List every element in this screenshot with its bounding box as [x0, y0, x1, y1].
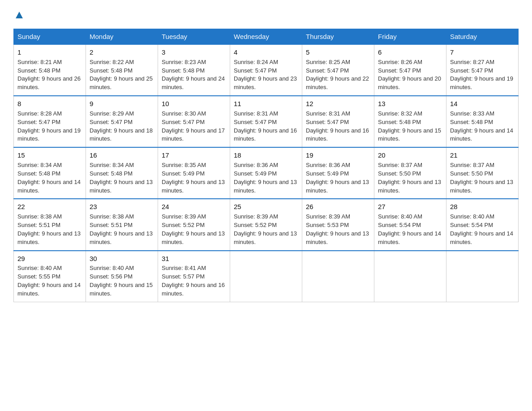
- day-info: Sunrise: 8:24 AMSunset: 5:47 PMDaylight:…: [234, 59, 297, 91]
- calendar-cell: 9Sunrise: 8:29 AMSunset: 5:47 PMDaylight…: [86, 96, 158, 147]
- calendar-cell: 3Sunrise: 8:23 AMSunset: 5:48 PMDaylight…: [158, 44, 230, 96]
- calendar-cell: 6Sunrise: 8:26 AMSunset: 5:47 PMDaylight…: [374, 44, 446, 96]
- day-info: Sunrise: 8:31 AMSunset: 5:47 PMDaylight:…: [306, 110, 369, 142]
- day-info: Sunrise: 8:34 AMSunset: 5:48 PMDaylight:…: [17, 162, 81, 194]
- day-number: 11: [234, 99, 298, 109]
- col-header-wednesday: Wednesday: [230, 29, 302, 45]
- calendar-cell: 10Sunrise: 8:30 AMSunset: 5:47 PMDayligh…: [158, 96, 230, 147]
- day-info: Sunrise: 8:31 AMSunset: 5:47 PMDaylight:…: [234, 110, 297, 142]
- calendar-cell: [230, 251, 302, 302]
- calendar-week-2: 8Sunrise: 8:28 AMSunset: 5:47 PMDaylight…: [14, 96, 519, 147]
- calendar-cell: 16Sunrise: 8:34 AMSunset: 5:48 PMDayligh…: [86, 147, 158, 199]
- day-number: 8: [17, 99, 82, 109]
- calendar-cell: 7Sunrise: 8:27 AMSunset: 5:47 PMDaylight…: [446, 44, 519, 96]
- calendar-week-4: 22Sunrise: 8:38 AMSunset: 5:51 PMDayligh…: [14, 199, 519, 250]
- calendar-cell: 30Sunrise: 8:40 AMSunset: 5:56 PMDayligh…: [86, 251, 158, 302]
- day-info: Sunrise: 8:23 AMSunset: 5:48 PMDaylight:…: [162, 59, 225, 91]
- day-number: 14: [450, 99, 515, 109]
- calendar-cell: 2Sunrise: 8:22 AMSunset: 5:48 PMDaylight…: [86, 44, 158, 96]
- calendar-cell: 14Sunrise: 8:33 AMSunset: 5:48 PMDayligh…: [446, 96, 519, 147]
- calendar-cell: 11Sunrise: 8:31 AMSunset: 5:47 PMDayligh…: [230, 96, 302, 147]
- day-number: 21: [450, 150, 515, 160]
- day-info: Sunrise: 8:29 AMSunset: 5:47 PMDaylight:…: [90, 110, 153, 142]
- day-info: Sunrise: 8:26 AMSunset: 5:47 PMDaylight:…: [378, 59, 441, 91]
- calendar-table: SundayMondayTuesdayWednesdayThursdayFrid…: [13, 29, 519, 302]
- day-info: Sunrise: 8:30 AMSunset: 5:47 PMDaylight:…: [162, 110, 225, 142]
- day-info: Sunrise: 8:35 AMSunset: 5:49 PMDaylight:…: [162, 162, 225, 194]
- day-number: 9: [90, 99, 154, 109]
- day-number: 4: [234, 47, 298, 57]
- calendar-cell: 13Sunrise: 8:32 AMSunset: 5:48 PMDayligh…: [374, 96, 446, 147]
- calendar-week-3: 15Sunrise: 8:34 AMSunset: 5:48 PMDayligh…: [14, 147, 519, 199]
- day-number: 22: [17, 202, 82, 212]
- day-number: 2: [90, 47, 154, 57]
- day-number: 6: [378, 47, 442, 57]
- day-number: 27: [378, 202, 442, 212]
- day-number: 18: [234, 150, 298, 160]
- col-header-monday: Monday: [86, 29, 158, 45]
- col-header-thursday: Thursday: [302, 29, 374, 45]
- calendar-cell: 22Sunrise: 8:38 AMSunset: 5:51 PMDayligh…: [14, 199, 86, 250]
- calendar-cell: 27Sunrise: 8:40 AMSunset: 5:54 PMDayligh…: [374, 199, 446, 250]
- calendar-cell: 24Sunrise: 8:39 AMSunset: 5:52 PMDayligh…: [158, 199, 230, 250]
- page-header: [13, 9, 519, 20]
- calendar-cell: 28Sunrise: 8:40 AMSunset: 5:54 PMDayligh…: [446, 199, 519, 250]
- day-number: 10: [162, 99, 226, 109]
- day-info: Sunrise: 8:39 AMSunset: 5:52 PMDaylight:…: [162, 213, 225, 245]
- day-info: Sunrise: 8:40 AMSunset: 5:56 PMDaylight:…: [90, 265, 153, 297]
- day-info: Sunrise: 8:32 AMSunset: 5:48 PMDaylight:…: [378, 110, 441, 142]
- calendar-cell: 8Sunrise: 8:28 AMSunset: 5:47 PMDaylight…: [14, 96, 86, 147]
- day-number: 19: [306, 150, 370, 160]
- col-header-saturday: Saturday: [446, 29, 519, 45]
- day-info: Sunrise: 8:37 AMSunset: 5:50 PMDaylight:…: [378, 162, 441, 194]
- day-info: Sunrise: 8:38 AMSunset: 5:51 PMDaylight:…: [17, 213, 81, 245]
- calendar-cell: 25Sunrise: 8:39 AMSunset: 5:52 PMDayligh…: [230, 199, 302, 250]
- calendar-cell: [302, 251, 374, 302]
- calendar-cell: 26Sunrise: 8:39 AMSunset: 5:53 PMDayligh…: [302, 199, 374, 250]
- day-number: 5: [306, 47, 370, 57]
- day-info: Sunrise: 8:34 AMSunset: 5:48 PMDaylight:…: [90, 162, 153, 194]
- calendar-cell: 31Sunrise: 8:41 AMSunset: 5:57 PMDayligh…: [158, 251, 230, 302]
- day-number: 13: [378, 99, 442, 109]
- day-info: Sunrise: 8:38 AMSunset: 5:51 PMDaylight:…: [90, 213, 153, 245]
- day-number: 24: [162, 202, 226, 212]
- calendar-cell: 12Sunrise: 8:31 AMSunset: 5:47 PMDayligh…: [302, 96, 374, 147]
- calendar-cell: 21Sunrise: 8:37 AMSunset: 5:50 PMDayligh…: [446, 147, 519, 199]
- day-info: Sunrise: 8:39 AMSunset: 5:53 PMDaylight:…: [306, 213, 369, 245]
- day-number: 7: [450, 47, 515, 57]
- svg-marker-0: [16, 12, 23, 18]
- day-info: Sunrise: 8:36 AMSunset: 5:49 PMDaylight:…: [234, 162, 297, 194]
- day-info: Sunrise: 8:22 AMSunset: 5:48 PMDaylight:…: [90, 59, 153, 91]
- calendar-cell: 23Sunrise: 8:38 AMSunset: 5:51 PMDayligh…: [86, 199, 158, 250]
- day-info: Sunrise: 8:39 AMSunset: 5:52 PMDaylight:…: [234, 213, 297, 245]
- day-number: 1: [17, 47, 82, 57]
- day-info: Sunrise: 8:36 AMSunset: 5:49 PMDaylight:…: [306, 162, 369, 194]
- calendar-cell: 19Sunrise: 8:36 AMSunset: 5:49 PMDayligh…: [302, 147, 374, 199]
- day-number: 16: [90, 150, 154, 160]
- calendar-cell: [446, 251, 519, 302]
- calendar-cell: 15Sunrise: 8:34 AMSunset: 5:48 PMDayligh…: [14, 147, 86, 199]
- logo: [13, 9, 24, 20]
- day-number: 28: [450, 202, 515, 212]
- calendar-cell: 17Sunrise: 8:35 AMSunset: 5:49 PMDayligh…: [158, 147, 230, 199]
- calendar-header: SundayMondayTuesdayWednesdayThursdayFrid…: [14, 29, 519, 45]
- day-info: Sunrise: 8:41 AMSunset: 5:57 PMDaylight:…: [162, 265, 225, 297]
- day-number: 30: [90, 254, 154, 264]
- logo-triangle-icon: [14, 10, 24, 20]
- calendar-cell: [374, 251, 446, 302]
- calendar-cell: 20Sunrise: 8:37 AMSunset: 5:50 PMDayligh…: [374, 147, 446, 199]
- col-header-friday: Friday: [374, 29, 446, 45]
- calendar-week-5: 29Sunrise: 8:40 AMSunset: 5:55 PMDayligh…: [14, 251, 519, 302]
- day-info: Sunrise: 8:40 AMSunset: 5:55 PMDaylight:…: [17, 265, 81, 297]
- calendar-cell: 1Sunrise: 8:21 AMSunset: 5:48 PMDaylight…: [14, 44, 86, 96]
- day-info: Sunrise: 8:40 AMSunset: 5:54 PMDaylight:…: [378, 213, 441, 245]
- calendar-week-1: 1Sunrise: 8:21 AMSunset: 5:48 PMDaylight…: [14, 44, 519, 96]
- day-info: Sunrise: 8:21 AMSunset: 5:48 PMDaylight:…: [17, 59, 81, 91]
- calendar-cell: 29Sunrise: 8:40 AMSunset: 5:55 PMDayligh…: [14, 251, 86, 302]
- calendar-cell: 18Sunrise: 8:36 AMSunset: 5:49 PMDayligh…: [230, 147, 302, 199]
- day-number: 15: [17, 150, 82, 160]
- day-info: Sunrise: 8:37 AMSunset: 5:50 PMDaylight:…: [450, 162, 513, 194]
- col-header-tuesday: Tuesday: [158, 29, 230, 45]
- day-number: 23: [90, 202, 154, 212]
- day-number: 31: [162, 254, 226, 264]
